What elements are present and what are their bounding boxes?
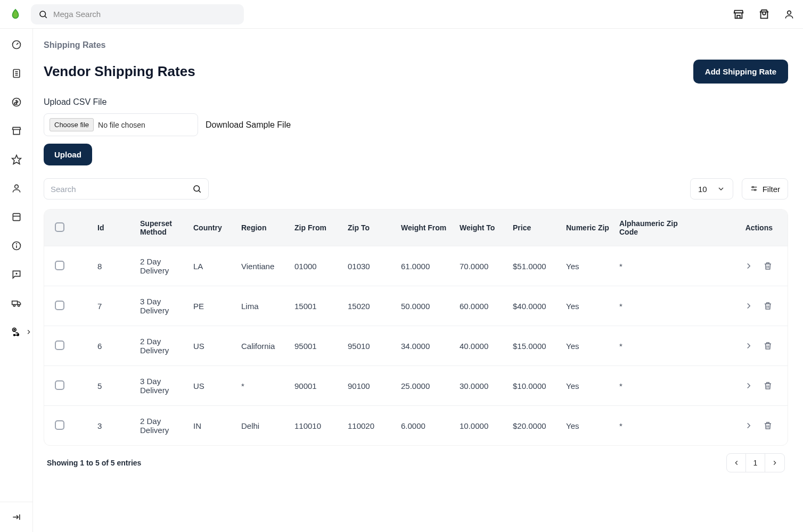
sidebar-money-icon[interactable] bbox=[11, 97, 22, 107]
row-delete-icon[interactable] bbox=[763, 261, 773, 271]
svg-point-27 bbox=[752, 186, 753, 188]
cell-weight-from: 34.0000 bbox=[401, 342, 460, 351]
row-delete-icon[interactable] bbox=[763, 301, 773, 311]
cell-id: 3 bbox=[97, 421, 140, 430]
cell-alpha-zip: * bbox=[619, 342, 683, 351]
file-status: No file chosen bbox=[98, 121, 145, 129]
row-delete-icon[interactable] bbox=[763, 381, 773, 390]
cell-alpha-zip: * bbox=[619, 302, 683, 311]
col-weight-to: Weight To bbox=[460, 223, 513, 232]
cell-method: 3 Day Delivery bbox=[140, 377, 193, 395]
page-current[interactable]: 1 bbox=[746, 454, 765, 472]
table-row: 7 3 Day Delivery PE Lima 15001 15020 50.… bbox=[44, 286, 788, 326]
cell-zip-to: 110020 bbox=[348, 421, 401, 430]
sidebar-truck-icon[interactable] bbox=[11, 298, 22, 309]
cell-weight-to: 30.0000 bbox=[460, 381, 513, 390]
sidebar-collapse[interactable] bbox=[0, 502, 32, 532]
market-icon[interactable] bbox=[758, 9, 770, 20]
svg-point-0 bbox=[40, 11, 46, 17]
cell-zip-from: 90001 bbox=[294, 381, 348, 390]
cell-zip-from: 110010 bbox=[294, 421, 348, 430]
cell-zip-from: 15001 bbox=[294, 302, 348, 311]
svg-point-2 bbox=[788, 11, 791, 14]
choose-file-button[interactable]: Choose file bbox=[50, 118, 94, 131]
page-prev[interactable] bbox=[727, 454, 746, 472]
mega-search[interactable] bbox=[31, 4, 244, 24]
table-row: 3 2 Day Delivery IN Delhi 110010 110020 … bbox=[44, 405, 788, 445]
cell-region: Vientiane bbox=[241, 262, 294, 271]
row-delete-icon[interactable] bbox=[763, 341, 773, 351]
sidebar-info-icon[interactable] bbox=[11, 240, 22, 251]
cell-region: * bbox=[241, 381, 294, 390]
cell-country: US bbox=[193, 381, 241, 390]
cell-country: IN bbox=[193, 421, 241, 430]
col-country: Country bbox=[193, 223, 241, 232]
cell-numeric-zip: Yes bbox=[566, 302, 619, 311]
svg-line-1 bbox=[45, 16, 46, 18]
svg-point-17 bbox=[13, 305, 15, 306]
storefront-icon[interactable] bbox=[733, 9, 744, 20]
sidebar-box-icon[interactable] bbox=[11, 212, 22, 222]
row-view-icon[interactable] bbox=[744, 261, 753, 271]
sidebar bbox=[0, 29, 33, 532]
user-icon[interactable] bbox=[784, 9, 794, 20]
row-checkbox[interactable] bbox=[55, 261, 64, 270]
sidebar-person-icon[interactable] bbox=[11, 183, 22, 194]
col-actions: Actions bbox=[683, 223, 777, 232]
cell-id: 8 bbox=[97, 262, 140, 271]
svg-marker-9 bbox=[12, 155, 21, 164]
row-checkbox[interactable] bbox=[55, 420, 64, 430]
cell-id: 6 bbox=[97, 342, 140, 351]
filter-label: Filter bbox=[763, 185, 780, 194]
sidebar-dashboard-icon[interactable] bbox=[11, 39, 22, 50]
svg-point-15 bbox=[16, 273, 17, 275]
page-title: Vendor Shipping Rates bbox=[44, 63, 195, 80]
topbar bbox=[0, 0, 803, 29]
row-checkbox[interactable] bbox=[55, 340, 64, 350]
cell-alpha-zip: * bbox=[619, 381, 683, 390]
search-box[interactable] bbox=[44, 178, 209, 200]
select-all-checkbox[interactable] bbox=[55, 222, 64, 232]
file-input[interactable]: Choose file No file chosen bbox=[44, 113, 198, 136]
sidebar-store-icon[interactable] bbox=[11, 126, 22, 136]
add-shipping-rate-button[interactable]: Add Shipping Rate bbox=[693, 60, 788, 84]
cell-zip-to: 15020 bbox=[348, 302, 401, 311]
upload-csv-label: Upload CSV File bbox=[44, 97, 788, 107]
search-input[interactable] bbox=[51, 185, 192, 194]
cell-zip-to: 01030 bbox=[348, 262, 401, 271]
row-checkbox[interactable] bbox=[55, 301, 64, 310]
cell-price: $15.0000 bbox=[513, 342, 566, 351]
row-view-icon[interactable] bbox=[744, 341, 753, 351]
table-row: 8 2 Day Delivery LA Vientiane 01000 0103… bbox=[44, 246, 788, 286]
col-method: Superset Method bbox=[140, 219, 193, 236]
sidebar-shipping-icon[interactable] bbox=[11, 327, 22, 337]
sidebar-orders-icon[interactable] bbox=[11, 68, 22, 79]
row-delete-icon[interactable] bbox=[763, 421, 773, 430]
row-view-icon[interactable] bbox=[744, 421, 753, 430]
svg-point-10 bbox=[14, 185, 18, 188]
col-numeric-zip: Numeric Zip bbox=[566, 223, 619, 232]
page-size-select[interactable]: 10 bbox=[690, 178, 733, 200]
col-region: Region bbox=[241, 223, 294, 232]
sidebar-star-icon[interactable] bbox=[11, 154, 22, 165]
pagination: 1 bbox=[726, 453, 785, 472]
svg-point-14 bbox=[16, 244, 17, 244]
cell-method: 3 Day Delivery bbox=[140, 297, 193, 315]
mega-search-input[interactable] bbox=[53, 10, 236, 19]
row-view-icon[interactable] bbox=[744, 301, 753, 311]
cell-numeric-zip: Yes bbox=[566, 381, 619, 390]
sidebar-chat-icon[interactable] bbox=[11, 269, 22, 280]
cell-price: $20.0000 bbox=[513, 421, 566, 430]
page-next[interactable] bbox=[765, 454, 784, 472]
upload-button[interactable]: Upload bbox=[44, 144, 92, 165]
cell-weight-to: 60.0000 bbox=[460, 302, 513, 311]
row-checkbox[interactable] bbox=[55, 380, 64, 390]
cell-price: $51.0000 bbox=[513, 262, 566, 271]
filter-button[interactable]: Filter bbox=[742, 178, 788, 200]
row-view-icon[interactable] bbox=[744, 381, 753, 390]
shipping-rates-table: Id Superset Method Country Region Zip Fr… bbox=[44, 209, 788, 446]
logo[interactable] bbox=[7, 6, 23, 22]
cell-alpha-zip: * bbox=[619, 421, 683, 430]
download-sample-link[interactable]: Download Sample File bbox=[206, 120, 291, 130]
svg-point-24 bbox=[194, 186, 200, 192]
